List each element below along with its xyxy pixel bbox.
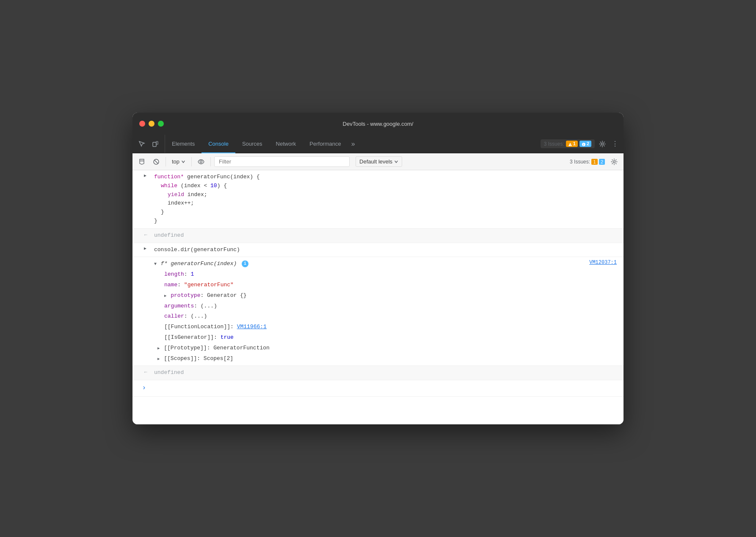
window-title: DevTools - www.google.com/ [343,121,414,127]
dir-call-text: console.dir(generatorFunc) [151,245,620,255]
main-toolbar: Elements Console Sources Network Perform… [132,135,624,153]
context-selector[interactable]: top [169,157,188,166]
svg-point-11 [613,161,615,163]
live-expressions-button[interactable] [195,156,207,168]
device-toggle-icon[interactable] [149,138,161,150]
more-tabs-button[interactable]: » [348,135,359,153]
log-gutter-result1: ← [134,230,151,239]
clear-console-button[interactable] [136,156,148,168]
separator-2 [191,157,192,166]
traffic-lights [139,121,164,127]
console-settings-right: 3 Issues: 1 2 [570,156,620,168]
log-gutter-1 [134,172,151,181]
issues-count-inline: 3 Issues: 1 2 [570,159,605,165]
block-network-button[interactable] [150,156,162,168]
console-input[interactable] [149,385,620,391]
result2-text: undefined [151,368,620,378]
svg-point-5 [601,143,604,145]
log-entry-result1: ← undefined [132,229,624,243]
prop-length: length: 1 [134,269,620,280]
tab-console[interactable]: Console [201,135,235,153]
devtools-window: DevTools - www.google.com/ Elements Cons [132,113,624,424]
maximize-button[interactable] [158,121,164,127]
object-header: ▼ f* generatorFunc(index) i [151,259,589,269]
prop-prototype: ▶ prototype: Generator {} [134,291,620,301]
info-badge: i2 [579,141,591,147]
svg-point-10 [200,161,202,163]
svg-text:!: ! [570,144,571,146]
toolbar-right: 3 Issues: !1 i2 ⋮ [541,135,620,153]
console-content: function* generatorFunc(index) { while (… [132,170,624,424]
warn-badge: !1 [566,141,578,147]
inspect-element-icon[interactable] [136,138,148,150]
main-tabs: Elements Console Sources Network Perform… [165,135,541,153]
console-settings-button[interactable] [608,156,620,168]
result1-text: undefined [151,230,620,241]
toolbar-icons [136,135,165,153]
log-entry-object: ▼ f* generatorFunc(index) i VM12037:1 le… [132,257,624,366]
close-button[interactable] [139,121,145,127]
prompt-arrow: › [132,383,149,394]
minimize-button[interactable] [149,121,155,127]
issues-badge[interactable]: 3 Issues: !1 i2 [541,139,595,148]
prop-name: name: "generatorFunc" [134,280,620,291]
titlebar: DevTools - www.google.com/ [132,113,624,135]
log-gutter-dir [134,245,151,254]
prop-caller: caller: (...) [134,311,620,322]
tab-sources[interactable]: Sources [235,135,269,153]
code-block: function* generatorFunc(index) { while (… [151,172,620,227]
console-toolbar: top Default levels 3 Issues: 1 2 [132,153,624,170]
log-entry-dir: console.dir(generatorFunc) [132,243,624,257]
log-entry-code: function* generatorFunc(index) { while (… [132,170,624,229]
more-options-button[interactable]: ⋮ [610,140,620,148]
filter-input[interactable] [214,156,350,167]
log-entry-result2: ← undefined [132,366,624,380]
tab-network[interactable]: Network [269,135,303,153]
log-levels-button[interactable]: Default levels [356,156,402,167]
log-gutter-result2: ← [134,368,151,376]
settings-button[interactable] [596,138,608,150]
prop-prototype2: ▶ [[Prototype]]: GeneratorFunction [134,343,620,354]
info-icon[interactable]: i [242,260,248,267]
prop-function-location: [[FunctionLocation]]: VM11966:1 [134,322,620,332]
prop-scopes: ▶ [[Scopes]]: Scopes[2] [134,354,620,364]
console-prompt: › [132,380,624,397]
separator-3 [210,157,211,166]
tab-elements[interactable]: Elements [165,135,201,153]
svg-text:i: i [583,143,584,146]
log-gutter-obj [134,259,151,260]
prop-is-generator: [[IsGenerator]]: true [134,332,620,343]
tab-performance[interactable]: Performance [303,135,348,153]
prop-arguments: arguments: (...) [134,301,620,312]
svg-line-9 [155,160,158,163]
separator-1 [166,157,166,166]
svg-marker-6 [140,159,144,164]
svg-rect-0 [153,142,156,147]
vm-link-2[interactable]: VM11966:1 [237,324,267,330]
vm-link-1[interactable]: VM12037:1 [589,259,617,267]
